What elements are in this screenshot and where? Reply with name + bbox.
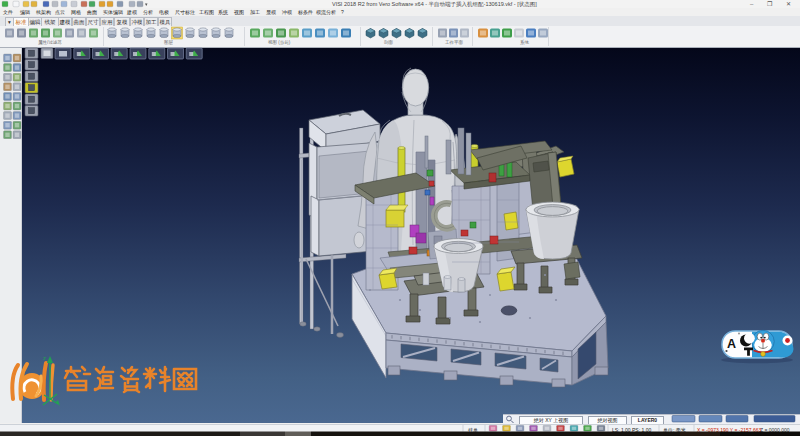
svg-text:▾: ▾ — [145, 1, 148, 7]
